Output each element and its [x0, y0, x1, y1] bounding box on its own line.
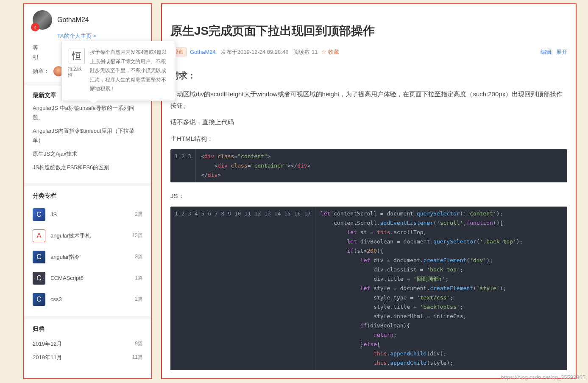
star-icon: ☆ — [321, 49, 326, 55]
expand-link[interactable]: 展开 — [556, 49, 567, 55]
category-item[interactable]: angular指令3篇 — [33, 246, 143, 268]
category-item[interactable]: angular技术手札13篇 — [33, 225, 143, 246]
favorite-button[interactable]: ☆ 收藏 — [321, 48, 339, 56]
author-link[interactable]: GothaM24 — [190, 49, 216, 55]
category-name: angular技术手札 — [50, 232, 91, 240]
article-link[interactable]: AngularJS内置指令$timeout应用（下拉菜单） — [33, 126, 143, 145]
category-icon — [33, 208, 45, 221]
badge-tooltip: 恒 持之以恒 授予每个自然月内发布4篇或4篇以上原创或翻译IT博文的用户。不积跬… — [61, 41, 176, 101]
publish-date: 发布于2019-12-24 09:28:48 — [221, 48, 289, 56]
category-name: angular指令 — [50, 253, 80, 261]
categories-section: 分类专栏 JS2篇angular技术手札13篇angular指令3篇ECMASc… — [24, 183, 151, 316]
archive-item[interactable]: 2019年11月11篇 — [33, 351, 143, 364]
badge-glyph-icon: 恒 — [69, 48, 85, 64]
sidebar: 3 GothaM24 TA的个人主页 > 恒 持之以恒 授予每个自然月内发布4篇… — [23, 3, 152, 379]
username[interactable]: GothaM24 — [57, 16, 89, 24]
archive-item[interactable]: 2019年12月9篇 — [33, 337, 143, 351]
badge-name: 持之以恒 — [68, 66, 86, 78]
category-item[interactable]: css32篇 — [33, 289, 143, 310]
paragraph: 主HTML结构： — [170, 133, 567, 144]
article-link[interactable]: 原生JS之Ajax技术 — [33, 149, 143, 159]
profile-block: 3 GothaM24 TA的个人主页 > — [24, 4, 151, 40]
archive-header: 归档 — [33, 325, 143, 333]
profile-home-link[interactable]: TA的个人主页 > — [57, 32, 96, 40]
avatar[interactable]: 3 — [33, 10, 52, 30]
edit-link[interactable]: 编辑 — [541, 49, 552, 55]
category-count: 2篇 — [135, 211, 143, 218]
line-gutter: 1 2 3 — [170, 149, 196, 182]
watermark: https://blog.csdn.net/qq_35593965 — [501, 374, 586, 380]
category-count: 2篇 — [135, 296, 143, 303]
category-count: 13篇 — [132, 232, 143, 239]
article-title: 原生JS完成页面下拉出现回到顶部操作 — [170, 23, 567, 39]
section-heading: 需求： — [170, 70, 567, 81]
archive-section: 归档 2019年12月9篇 2019年11月11篇 — [24, 316, 151, 366]
badge-description: 授予每个自然月内发布4篇或4篇以上原创或翻译IT博文的用户。不积跬步无以至千里，… — [90, 48, 168, 94]
code-block-js: 1 2 3 4 5 6 7 8 9 10 11 12 13 14 15 16 1… — [170, 207, 567, 370]
category-name: JS — [50, 211, 57, 218]
article-link[interactable]: AngularJS 中a标签unsafe导致的一系列问题。 — [33, 103, 143, 122]
category-icon — [33, 293, 45, 306]
category-name: css3 — [50, 296, 62, 302]
paragraph: 滚动区域div的scrollHeight大于window或者可视区域的heigh… — [170, 88, 567, 111]
category-icon — [33, 251, 45, 263]
category-name: ECMAScript6 — [50, 275, 84, 281]
article-meta: 原创 GothaM24 发布于2019-12-24 09:28:48 阅读数 1… — [170, 48, 567, 56]
article-link[interactable]: JS构造函数之ES5和ES6的区别 — [33, 163, 143, 172]
article-main: 原生JS完成页面下拉出现回到顶部操作 原创 GothaM24 发布于2019-1… — [161, 3, 577, 379]
code-content[interactable]: <div class="content"> <div class="contai… — [196, 149, 567, 182]
line-gutter: 1 2 3 4 5 6 7 8 9 10 11 12 13 14 15 16 1… — [170, 207, 315, 370]
read-count: 阅读数 11 — [293, 48, 318, 56]
category-item[interactable]: JS2篇 — [33, 204, 143, 225]
category-count: 1篇 — [135, 274, 143, 282]
category-item[interactable]: ECMAScript61篇 — [33, 268, 143, 289]
categories-header: 分类专栏 — [33, 192, 143, 200]
code-block-html: 1 2 3 <div class="content"> <div class="… — [170, 149, 567, 182]
paragraph: 话不多说，直接上代码 — [170, 116, 567, 128]
code-content[interactable]: let contentScroll = document.querySelect… — [315, 207, 567, 370]
paragraph: JS： — [170, 190, 567, 201]
category-count: 3篇 — [135, 253, 143, 260]
category-icon — [33, 272, 45, 285]
badges-label: 勋章： — [33, 67, 49, 75]
avatar-level-badge: 3 — [31, 23, 39, 31]
category-icon — [33, 229, 45, 242]
